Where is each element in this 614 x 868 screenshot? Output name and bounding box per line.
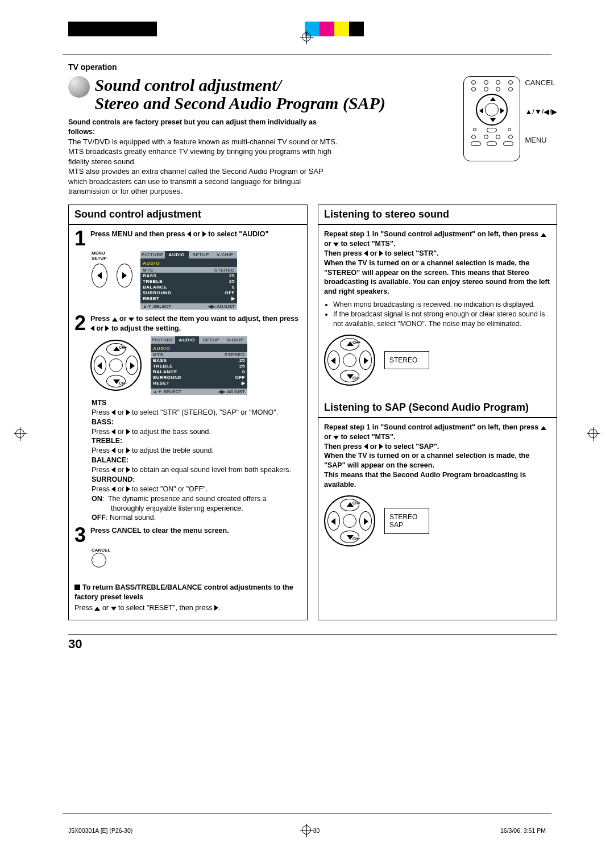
right-column: Listening to stereo sound Repeat step 1 …	[318, 205, 557, 620]
step-number-2: 2	[74, 314, 86, 332]
osd-screenshot-1: PICTUREAUDIOSETUPV-CHIP AUDIO MTSSTEREO …	[140, 251, 237, 310]
remote-illustration: CANCEL ▲/▼/◀/▶ MENU	[463, 76, 557, 161]
rule-bottom	[63, 813, 551, 813]
dpad-icon	[476, 94, 508, 126]
heading-sound-control: Sound control adjustment	[69, 205, 307, 225]
reset-note: To return BASS/TREBLE/BALANCE control ad…	[74, 583, 301, 613]
print-color-bar	[68, 22, 364, 36]
sap-paragraph: Repeat step 1 in "Sound control adjustme…	[324, 423, 551, 490]
remote-label-menu: MENU	[525, 136, 557, 144]
footer-right: 16/3/06, 3:51 PM	[500, 827, 546, 834]
osd-stereo-label: STEREO	[384, 351, 429, 369]
heading-sap: Listening to SAP (Second Audio Program)	[318, 398, 557, 418]
dpad-illustration: CH+CH−	[90, 340, 142, 391]
registration-mark-right	[587, 427, 600, 441]
menu-setup-label: MENU SETUP	[92, 251, 132, 261]
footer-left: J5X00301A [E] (P26-30)	[68, 827, 132, 834]
intro-paragraph: Sound controls are factory preset but yo…	[68, 118, 341, 197]
right-arrow-button-icon	[117, 264, 132, 287]
remote-label-cancel: CANCEL	[525, 78, 557, 87]
dpad-illustration-sap: CH+CH−	[324, 495, 375, 546]
stereo-notes: When mono broadcasting is received, no i…	[324, 300, 551, 329]
registration-mark-left	[14, 427, 27, 441]
section-header: TV operation	[68, 62, 557, 72]
cancel-button-label: CANCEL	[92, 548, 301, 553]
audio-definitions: MTS Press or to select "STR" (STEREO), "…	[92, 398, 301, 523]
step2-text: Press or to select the item you want to …	[90, 314, 301, 333]
title-sphere-icon	[68, 76, 90, 98]
footer-metadata: J5X00301A [E] (P26-30) 30 16/3/06, 3:51 …	[68, 827, 546, 834]
registration-mark-top	[300, 31, 314, 44]
left-arrow-button-icon	[92, 264, 107, 287]
step-number-1: 1	[74, 229, 86, 248]
step1-text: Press MENU and then press or to select "…	[90, 229, 268, 239]
footer-center: 30	[313, 827, 320, 834]
step3-text: Press CANCEL to clear the menu screen.	[90, 526, 229, 535]
heading-stereo: Listening to stereo sound	[318, 205, 557, 225]
page-number: 30	[68, 634, 557, 652]
osd-sap-label: STEREO SAP	[384, 508, 429, 535]
left-column: Sound control adjustment 1 Press MENU an…	[68, 205, 308, 620]
page-title: Sound control adjustment/ Stereo and Sec…	[94, 76, 385, 112]
dpad-illustration-stereo: CH+CH−	[324, 335, 375, 386]
step-number-3: 3	[74, 526, 86, 544]
remote-label-arrows: ▲/▼/◀/▶	[525, 107, 557, 116]
cancel-button-icon	[92, 553, 106, 567]
stereo-paragraph: Repeat step 1 in "Sound control adjustme…	[324, 229, 551, 297]
rule-top	[63, 55, 551, 55]
osd-screenshot-2: PICTUREAUDIOSETUPV-CHIP AUDIO MTSSTEREO …	[151, 336, 247, 395]
